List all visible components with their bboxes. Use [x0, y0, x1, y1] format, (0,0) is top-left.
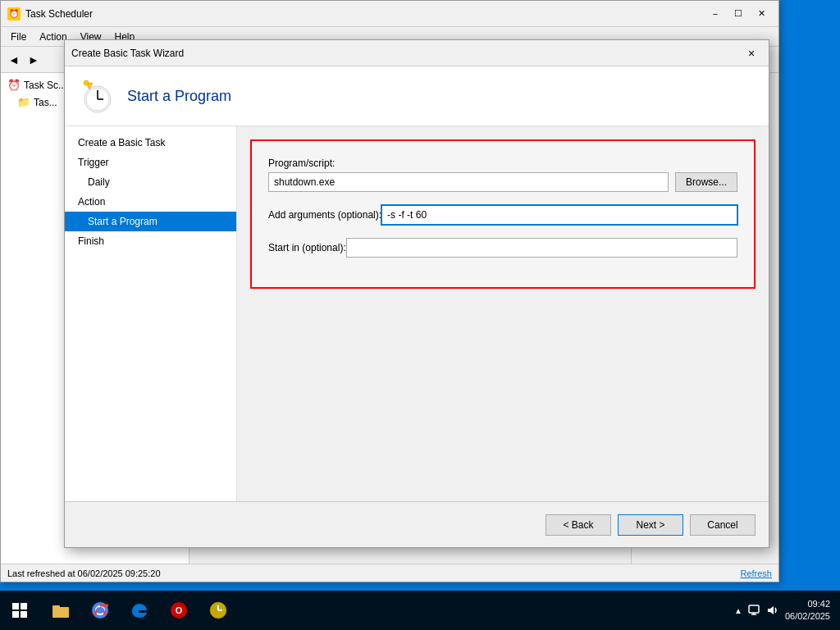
- taskbar-app4[interactable]: O: [161, 592, 197, 628]
- ts-statusbar: Last refreshed at 06/02/2025 09:25:20 Re…: [1, 564, 778, 582]
- arguments-row: Add arguments (optional):: [268, 205, 737, 225]
- time-display: 09:42: [785, 598, 830, 610]
- monitor-icon: [747, 604, 760, 617]
- dialog-header: Start a Program: [65, 66, 769, 126]
- folder-icon: [52, 601, 70, 619]
- dialog-titlebar: Create Basic Task Wizard ×: [65, 40, 769, 66]
- ts-maximize-button[interactable]: ☐: [728, 6, 749, 22]
- ts-title: Task Scheduler: [25, 8, 705, 20]
- ts-minimize-button[interactable]: −: [705, 6, 726, 22]
- ts-window-controls: − ☐ ✕: [705, 6, 772, 22]
- dialog-body: Create a Basic Task Trigger Daily Action…: [65, 126, 769, 528]
- nav-item-trigger[interactable]: Trigger: [65, 153, 236, 172]
- taskbar-clock-app[interactable]: [200, 592, 236, 628]
- dialog-content: Program/script: Browse... Add arguments …: [237, 126, 769, 528]
- taskbar-time: 09:42 06/02/2025: [785, 598, 830, 623]
- svg-point-5: [84, 80, 89, 85]
- next-button[interactable]: Next >: [618, 514, 683, 536]
- startin-input[interactable]: [346, 238, 737, 258]
- taskbar-file-explorer[interactable]: [43, 592, 79, 628]
- browse-button[interactable]: Browse...: [675, 172, 737, 192]
- back-button[interactable]: < Back: [546, 514, 611, 536]
- taskbar-chrome[interactable]: [82, 592, 118, 628]
- taskbar-tray: ▲ 09:42 06/02/2025: [734, 598, 840, 623]
- dialog-close-button[interactable]: ×: [741, 45, 762, 62]
- dialog-header-icon-container: [78, 76, 117, 116]
- dialog-header-title: Start a Program: [127, 88, 231, 105]
- desktop: ⏰ Task Scheduler − ☐ ✕ File Action View …: [0, 0, 840, 630]
- ts-app-icon: ⏰: [7, 7, 21, 21]
- toolbar-forward-button[interactable]: ►: [24, 50, 43, 70]
- arguments-input[interactable]: [381, 205, 737, 225]
- taskbar: O ▲: [0, 591, 840, 630]
- program-script-row: Program/script: Browse...: [268, 158, 737, 192]
- menu-file[interactable]: File: [4, 30, 33, 44]
- startin-label: Start in (optional):: [268, 242, 346, 253]
- dialog-nav: Create a Basic Task Trigger Daily Action…: [65, 126, 237, 528]
- edge-icon: [130, 601, 148, 619]
- program-script-input-row: Browse...: [268, 172, 737, 192]
- red-app-icon: O: [170, 601, 188, 619]
- toolbar-back-button[interactable]: ◄: [4, 50, 24, 70]
- date-display: 06/02/2025: [785, 610, 830, 623]
- nav-item-action[interactable]: Action: [65, 192, 236, 212]
- ts-close-button[interactable]: ✕: [751, 6, 772, 22]
- windows-logo: [12, 603, 27, 618]
- startin-row: Start in (optional):: [268, 238, 737, 258]
- nav-item-daily[interactable]: Daily: [65, 172, 236, 192]
- content-box: Program/script: Browse... Add arguments …: [250, 139, 756, 289]
- clock-taskbar-icon: [209, 601, 227, 619]
- tray-icons: ▲: [734, 604, 778, 617]
- statusbar-text: Last refreshed at 06/02/2025 09:25:20: [7, 568, 161, 578]
- svg-rect-16: [749, 605, 759, 613]
- tray-chevron[interactable]: ▲: [734, 606, 742, 615]
- program-script-label: Program/script:: [268, 158, 737, 169]
- start-button[interactable]: [0, 591, 39, 630]
- create-task-dialog: Create Basic Task Wizard × Start a Progr…: [64, 39, 769, 548]
- clock-icon: [78, 76, 117, 116]
- ts-titlebar: ⏰ Task Scheduler − ☐ ✕: [1, 1, 778, 27]
- arguments-label: Add arguments (optional):: [268, 209, 381, 221]
- nav-item-start-program[interactable]: Start a Program: [65, 212, 236, 231]
- svg-text:O: O: [176, 605, 183, 615]
- taskbar-icons: O: [43, 592, 236, 628]
- svg-rect-7: [52, 605, 60, 609]
- refresh-link[interactable]: Refresh: [740, 568, 772, 578]
- dialog-footer: < Back Next > Cancel: [65, 501, 769, 547]
- dialog-title: Create Basic Task Wizard: [71, 48, 741, 59]
- chrome-icon: [91, 601, 109, 619]
- nav-item-create-basic-task[interactable]: Create a Basic Task: [65, 133, 236, 153]
- speaker-icon: [765, 604, 778, 617]
- svg-point-10: [97, 607, 103, 614]
- taskbar-edge[interactable]: [121, 592, 158, 628]
- program-script-input[interactable]: [268, 172, 669, 192]
- nav-item-finish[interactable]: Finish: [65, 231, 236, 251]
- cancel-button[interactable]: Cancel: [690, 514, 756, 536]
